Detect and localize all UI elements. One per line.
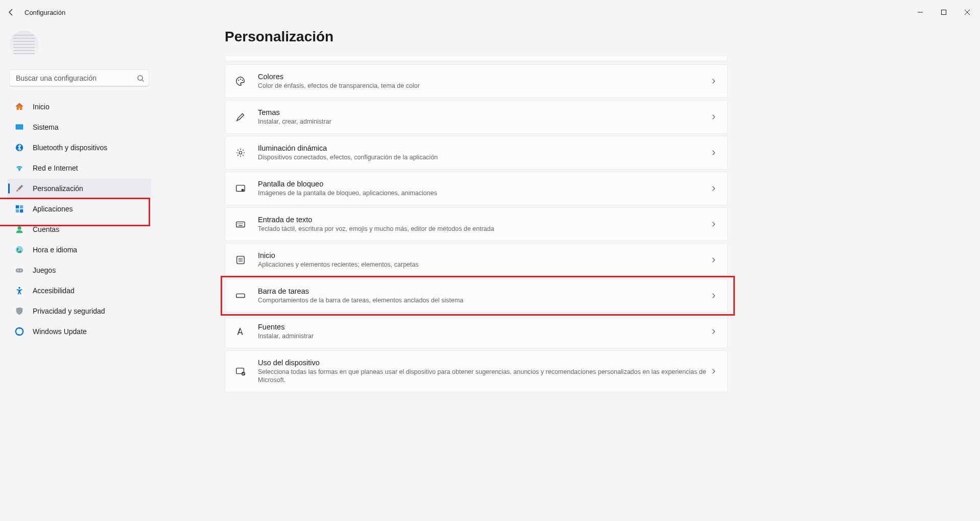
device-check-icon xyxy=(233,364,248,378)
card-themes[interactable]: TemasInstalar, crear, administrar xyxy=(225,100,728,134)
apps-icon xyxy=(14,204,25,214)
keyboard-icon xyxy=(233,217,248,231)
card-lock-screen[interactable]: Pantalla de bloqueoImágenes de la pantal… xyxy=(225,172,728,205)
svg-rect-25 xyxy=(241,223,241,224)
chevron-right-icon xyxy=(710,256,717,264)
maximize-button[interactable] xyxy=(932,4,955,20)
window-title: Configuración xyxy=(25,9,65,16)
svg-point-16 xyxy=(238,80,239,81)
nav-windows-update[interactable]: Windows Update xyxy=(7,322,151,341)
card-sub: Comportamientos de la barra de tareas, e… xyxy=(258,296,710,304)
close-button[interactable] xyxy=(955,4,979,20)
card-start[interactable]: InicioAplicaciones y elementos recientes… xyxy=(225,243,728,277)
card-title: Entrada de texto xyxy=(258,216,710,224)
nav-bluetooth[interactable]: Bluetooth y dispositivos xyxy=(7,138,151,157)
brush-icon xyxy=(14,183,25,194)
svg-rect-22 xyxy=(236,222,245,227)
svg-point-18 xyxy=(242,80,243,81)
settings-list: ColoresColor de énfasis, efectos de tran… xyxy=(225,56,728,392)
card-title: Pantalla de bloqueo xyxy=(258,180,710,188)
nav-gaming[interactable]: Juegos xyxy=(7,260,151,280)
nav-label: Accesibilidad xyxy=(33,287,75,295)
svg-rect-5 xyxy=(16,205,19,208)
titlebar: Configuración xyxy=(0,0,980,25)
nav-network[interactable]: Red e Internet xyxy=(7,158,151,178)
svg-rect-24 xyxy=(239,223,240,224)
svg-point-36 xyxy=(240,261,241,262)
bluetooth-icon xyxy=(14,143,25,153)
card-title: Temas xyxy=(258,108,710,116)
fonts-icon xyxy=(233,324,248,339)
page-title: Personalización xyxy=(225,29,970,45)
nav-label: Juegos xyxy=(33,266,56,274)
search-box[interactable] xyxy=(9,69,149,87)
chevron-right-icon xyxy=(710,292,717,299)
svg-rect-11 xyxy=(16,268,23,272)
user-block[interactable] xyxy=(9,31,149,60)
lockscreen-icon xyxy=(233,181,248,196)
svg-point-37 xyxy=(242,261,243,262)
main: Personalización ColoresColor de énfasis,… xyxy=(158,25,980,521)
nav-accounts[interactable]: Cuentas xyxy=(7,220,151,239)
svg-point-9 xyxy=(17,226,21,230)
update-icon xyxy=(14,326,25,337)
svg-rect-21 xyxy=(242,189,244,192)
nav-accessibility[interactable]: Accesibilidad xyxy=(7,281,151,300)
minimize-button[interactable] xyxy=(909,4,932,20)
card-title: Fuentes xyxy=(258,323,710,331)
svg-rect-26 xyxy=(242,223,243,224)
globe-icon xyxy=(14,245,25,255)
svg-rect-7 xyxy=(16,209,19,212)
nav-label: Red e Internet xyxy=(33,164,78,172)
card-title: Iluminación dinámica xyxy=(258,144,710,152)
card-sub: Instalar, administrar xyxy=(258,332,710,340)
chevron-right-icon xyxy=(710,149,717,156)
card-text-input[interactable]: Entrada de textoTeclado táctil, escritur… xyxy=(225,207,728,241)
nav-privacy[interactable]: Privacidad y seguridad xyxy=(7,301,151,321)
search-input[interactable] xyxy=(16,74,137,82)
svg-point-17 xyxy=(240,79,241,80)
card-title: Barra de tareas xyxy=(258,287,710,295)
maximize-icon xyxy=(941,9,947,15)
minimize-icon xyxy=(917,9,923,15)
nav-personalization[interactable]: Personalización xyxy=(7,179,151,198)
svg-rect-23 xyxy=(238,223,238,224)
palette-icon xyxy=(233,74,248,88)
nav-label: Sistema xyxy=(33,123,59,131)
system-icon xyxy=(14,122,25,132)
svg-point-12 xyxy=(17,270,18,271)
taskbar-icon xyxy=(233,289,248,303)
nav-apps[interactable]: Aplicaciones xyxy=(7,199,151,219)
person-icon xyxy=(14,224,25,234)
sidebar: Inicio Sistema Bluetooth y dispositivos … xyxy=(0,25,158,521)
card-dynamic-lighting[interactable]: Iluminación dinámicaDispositivos conecta… xyxy=(225,136,728,170)
close-icon xyxy=(964,9,970,15)
nav-label: Aplicaciones xyxy=(33,205,73,213)
nav-label: Bluetooth y dispositivos xyxy=(33,144,107,152)
svg-point-30 xyxy=(240,258,241,259)
chevron-right-icon xyxy=(710,113,717,121)
svg-point-34 xyxy=(242,259,243,260)
gamepad-icon xyxy=(14,265,25,275)
chevron-right-icon xyxy=(710,368,717,375)
chevron-right-icon xyxy=(710,221,717,228)
wifi-icon xyxy=(14,163,25,173)
svg-rect-3 xyxy=(16,125,23,129)
card-device-usage[interactable]: Uso del dispositivoSelecciona todas las … xyxy=(225,350,728,392)
start-icon xyxy=(233,253,248,267)
svg-point-35 xyxy=(238,261,240,262)
nav-time-language[interactable]: Hora e idioma xyxy=(7,240,151,259)
svg-point-31 xyxy=(242,258,243,259)
nav-home[interactable]: Inicio xyxy=(7,97,151,116)
card-fonts[interactable]: FuentesInstalar, administrar xyxy=(225,315,728,348)
svg-point-14 xyxy=(18,287,20,289)
card-taskbar[interactable]: Barra de tareasComportamientos de la bar… xyxy=(225,279,728,313)
nav-system[interactable]: Sistema xyxy=(7,117,151,137)
back-button[interactable] xyxy=(1,2,21,22)
svg-rect-8 xyxy=(20,209,23,212)
card-colors[interactable]: ColoresColor de énfasis, efectos de tran… xyxy=(225,64,728,98)
svg-point-19 xyxy=(239,151,242,154)
nav-label: Cuentas xyxy=(33,225,59,233)
card-title: Inicio xyxy=(258,251,710,259)
svg-point-1 xyxy=(138,75,142,80)
